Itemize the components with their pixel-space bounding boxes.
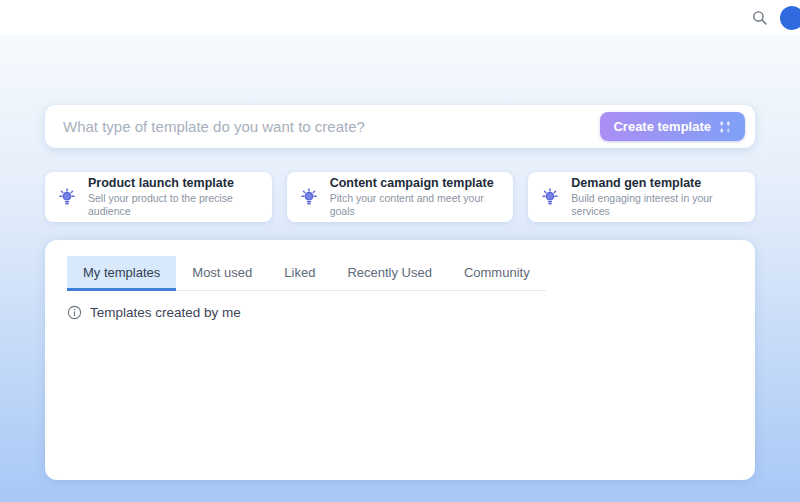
card-title: Product launch template [88, 175, 260, 192]
create-template-button[interactable]: Create template [600, 112, 745, 141]
tab-most-used[interactable]: Most used [176, 256, 268, 291]
card-text: Content campaign template Pitch your con… [330, 175, 502, 219]
template-suggestion-cards: Product launch template Sell your produc… [45, 172, 755, 222]
card-demand-gen-template[interactable]: Demand gen template Build engaging inter… [528, 172, 755, 222]
card-subtitle: Sell your product to the precise audienc… [88, 192, 260, 219]
template-prompt-bar: Create template [45, 105, 755, 148]
tab-recently-used[interactable]: Recently Used [331, 256, 448, 291]
top-bar [0, 0, 800, 35]
create-template-label: Create template [613, 119, 711, 134]
templates-tabs: My templates Most used Liked Recently Us… [67, 256, 546, 291]
empty-state-row: Templates created by me [67, 305, 733, 320]
lightbulb-icon [540, 187, 560, 207]
lightbulb-icon [57, 187, 77, 207]
lightbulb-icon [299, 187, 319, 207]
tab-my-templates[interactable]: My templates [67, 256, 176, 291]
templates-panel: My templates Most used Liked Recently Us… [45, 240, 755, 480]
empty-state-label: Templates created by me [90, 305, 241, 320]
card-title: Demand gen template [571, 175, 743, 192]
card-content-campaign-template[interactable]: Content campaign template Pitch your con… [287, 172, 514, 222]
user-avatar[interactable] [780, 6, 800, 30]
card-product-launch-template[interactable]: Product launch template Sell your produc… [45, 172, 272, 222]
template-prompt-input[interactable] [63, 118, 600, 135]
info-icon [67, 305, 82, 320]
card-subtitle: Build engaging interest in your services [571, 192, 743, 219]
card-text: Product launch template Sell your produc… [88, 175, 260, 219]
tab-liked[interactable]: Liked [268, 256, 331, 291]
content-area: Create template [0, 35, 800, 502]
page: Create template [0, 0, 800, 502]
card-text: Demand gen template Build engaging inter… [571, 175, 743, 219]
search-icon[interactable] [751, 9, 768, 26]
card-subtitle: Pitch your content and meet your goals [330, 192, 502, 219]
tab-community[interactable]: Community [448, 256, 546, 291]
card-title: Content campaign template [330, 175, 502, 192]
sparkles-icon [718, 120, 732, 134]
